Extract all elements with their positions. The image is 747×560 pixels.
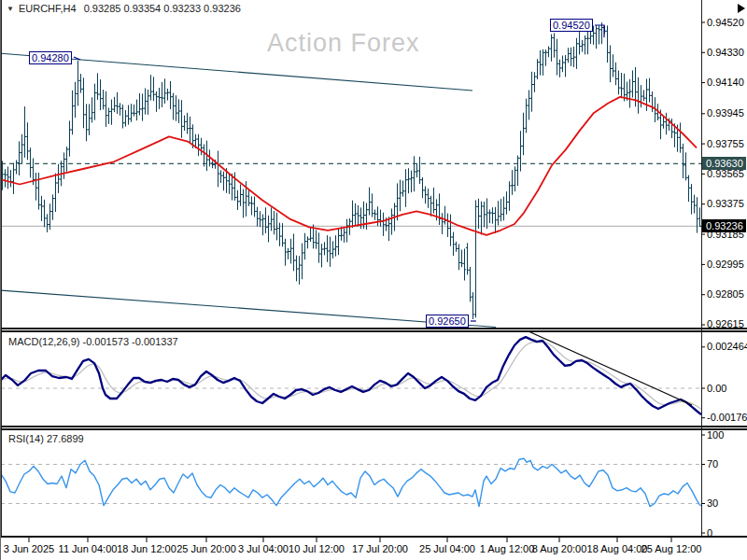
- time-axis-label: 17 Jul 20:00: [352, 543, 408, 554]
- price-callout[interactable]: 0.94280: [29, 51, 72, 64]
- axis-tick-label: 0.92995: [707, 259, 744, 270]
- axis-tick-label: 0.93755: [707, 138, 744, 149]
- time-axis-label: 1 Aug 12:00: [480, 543, 535, 554]
- panel-separator-1[interactable]: [1, 330, 747, 332]
- watermark: Action Forex: [267, 29, 420, 58]
- time-axis-label: 25 Aug 12:00: [641, 543, 702, 554]
- bottom-axis-line: [1, 536, 747, 538]
- panel-separator-2[interactable]: [1, 428, 747, 430]
- macd-signal-line[interactable]: [1, 342, 701, 409]
- time-axis-label: 25 Jul 04:00: [419, 543, 475, 554]
- symbol-dropdown-icon[interactable]: ▼: [7, 5, 14, 13]
- axis-tick-label: 0.94330: [707, 47, 744, 58]
- chart-canvas[interactable]: [1, 0, 747, 560]
- macd-indicator-label: MACD(12,26,9) -0.001573 -0.001337: [8, 336, 178, 347]
- axis-tick-label: 70: [707, 458, 718, 469]
- axis-tick-label: 0.93945: [707, 107, 744, 119]
- price-axis-tag: 0.93236: [702, 219, 746, 232]
- axis-tick-label: 30: [707, 497, 718, 509]
- symbol-title: EURCHF,H4: [19, 3, 77, 14]
- time-axis-label: 18 Jun 12:00: [117, 543, 176, 554]
- time-axis-label: 18 Aug 04:00: [587, 543, 648, 554]
- time-axis-label: 3 Jul 04:00: [238, 543, 289, 554]
- price-axis-tag: 0.93630: [702, 157, 746, 170]
- axis-tick-label: 0: [707, 527, 712, 539]
- ma-line[interactable]: [1, 97, 697, 235]
- price-callout[interactable]: 0.94520: [550, 19, 593, 32]
- chart-header: ▼EURCHF,H40.93285 0.93354 0.93233 0.9323…: [7, 3, 241, 14]
- price-callout[interactable]: 0.92650: [426, 315, 469, 328]
- axis-tick-label: 0.92805: [707, 288, 744, 300]
- chart-shift-marker[interactable]: [738, 4, 745, 13]
- time-axis-label: 8 Aug 20:00: [532, 543, 587, 554]
- axis-tick-label: 0.92615: [707, 318, 744, 329]
- rsi-indicator-label: RSI(14) 27.6899: [8, 433, 84, 444]
- symbol-ohlc-quote: 0.93285 0.93354 0.93233 0.93236: [84, 3, 241, 14]
- axis-tick-label: 0.94140: [707, 77, 744, 88]
- price-bars-series: [1, 22, 701, 319]
- macd-trendline[interactable]: [529, 331, 692, 405]
- time-axis-label: 25 Jun 20:00: [176, 543, 236, 554]
- axis-tick-label: 0.002464: [707, 341, 747, 352]
- panel-separator-2[interactable]: [1, 426, 747, 427]
- axis-tick-label: 100: [707, 429, 724, 441]
- time-axis-label: 11 Jun 04:00: [59, 543, 118, 554]
- chart-window: ▼EURCHF,H40.93285 0.93354 0.93233 0.9323…: [0, 0, 747, 560]
- axis-tick-label: -0.001766: [707, 412, 747, 423]
- time-axis-label: 3 Jun 2025: [4, 543, 54, 554]
- panel-separator-1[interactable]: [1, 328, 747, 329]
- axis-tick-label: 0.94520: [707, 17, 744, 28]
- rsi-line[interactable]: [1, 458, 701, 506]
- axis-tick-label: 0.00: [707, 383, 726, 394]
- time-axis-label: 10 Jul 12:00: [289, 543, 345, 554]
- axis-tick-label: 0.93375: [707, 198, 744, 209]
- macd-line[interactable]: [1, 337, 701, 414]
- trendline-lower[interactable]: [1, 290, 496, 327]
